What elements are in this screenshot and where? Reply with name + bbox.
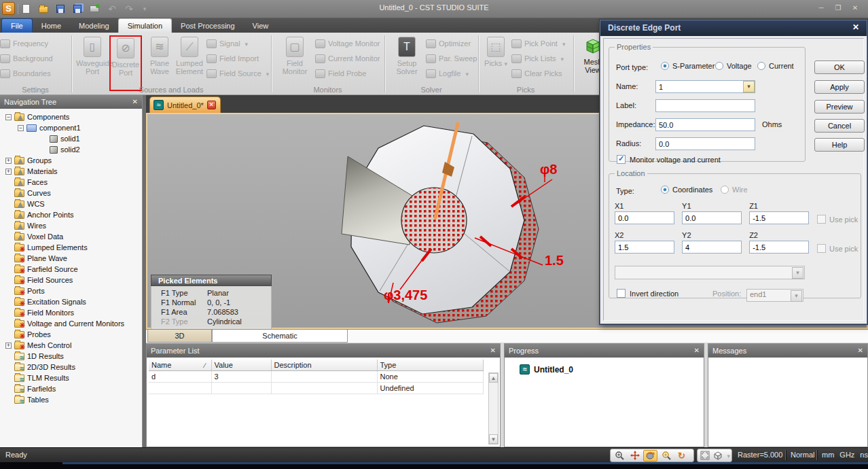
tree-expander[interactable]: + [5,158,12,164]
close-button[interactable]: ✕ [848,3,863,14]
tree-item[interactable]: Farfields [0,383,142,394]
parameter-type-cell[interactable]: Undefined [377,383,483,394]
optimizer-button[interactable]: Optimizer [426,37,471,50]
scroll-down-icon[interactable]: ▼ [489,434,498,444]
discrete-port-button[interactable]: ⊘Discrete Port [109,35,142,91]
ribbon-tab[interactable]: View [244,19,278,33]
quick-access-dropdown[interactable]: ▾ [138,3,151,16]
minimize-button[interactable]: ─ [814,3,829,14]
coordinate-input[interactable] [615,241,674,254]
parameter-type-cell[interactable]: None [377,371,483,383]
tree-item[interactable]: + Groups [0,155,142,166]
tree-item[interactable]: 2D/3D Results [0,362,142,372]
tree-item[interactable]: solid2 [0,144,142,155]
field-source-button[interactable]: Field Source [206,67,269,80]
save-button[interactable] [54,3,68,16]
column-header-name[interactable]: Name [149,360,211,371]
tree-item[interactable]: WCS [0,198,142,209]
tree-item[interactable]: + Materials [0,166,142,177]
tab-schematic[interactable]: Schematic [212,330,348,343]
tree-item[interactable]: Faces [0,177,142,188]
coordinate-input[interactable] [682,241,742,254]
tree-item[interactable]: Ports [0,285,142,296]
pick-lists-button[interactable]: Pick Lists [511,52,564,65]
tree-item[interactable]: − component1 [0,122,142,133]
lumped-element-button[interactable]: ⟋Lumped Element [174,35,205,91]
parameter-description-cell[interactable] [271,371,377,383]
tree-item[interactable]: Field Sources [0,275,142,285]
parameter-value-cell[interactable]: 3 [211,371,271,383]
frequency-button[interactable]: Frequency [0,37,48,50]
waveguide-port-button[interactable]: ▯Waveguide Port [76,35,109,91]
invert-direction-checkbox[interactable] [617,289,626,298]
tree-item[interactable]: Wires [0,220,142,231]
radio-voltage[interactable]: Voltage [715,62,752,70]
scroll-up-icon[interactable]: ▲ [489,373,498,383]
pick-point-button[interactable]: Pick Point [511,37,565,50]
progress-item[interactable]: Untitled_0 [520,364,573,375]
parameter-row[interactable]: d 3 None [149,371,483,383]
column-header-type[interactable]: Type [377,360,483,371]
field-monitor-button[interactable]: ▢Field Monitor [278,35,311,91]
logfile-button[interactable]: Logfile [426,67,469,80]
name-combo-input[interactable] [655,80,755,93]
field-probe-button[interactable]: Field Probe [315,67,366,80]
close-tab-icon[interactable] [207,101,216,109]
radius-input[interactable] [655,137,755,150]
setup-solver-button[interactable]: TSetup Solver [391,35,423,91]
boundaries-button[interactable]: Boundaries [0,67,51,80]
radio-s-parameter[interactable]: S-Parameter [661,62,715,70]
tree-item[interactable]: Anchor Points [0,209,142,220]
restore-button[interactable]: ❐ [831,3,846,14]
ribbon-tab[interactable]: Modeling [70,19,118,33]
document-tab[interactable]: Untitled_0* [149,97,221,113]
coordinate-input[interactable] [682,211,742,224]
field-import-button[interactable]: Field Import [206,52,259,65]
tree-item[interactable]: Probes [0,329,142,340]
tree-item[interactable]: Plane Wave [0,253,142,264]
parameter-description-cell[interactable] [271,383,377,394]
cube-view-icon[interactable] [712,450,723,462]
rotate-reset-icon[interactable]: ↻ [674,450,689,462]
background-button[interactable]: Background [0,52,53,65]
tree-item[interactable]: Farfield Source [0,264,142,275]
ribbon-tab[interactable]: Simulation [118,18,172,33]
parameter-row[interactable]: Undefined [149,383,483,394]
tree-item[interactable]: Excitation Signals [0,296,142,307]
redo-button[interactable]: ↷ [122,3,136,16]
ribbon-tab[interactable]: File [1,18,33,33]
cancel-button[interactable]: Cancel [814,119,865,133]
scrollbar-vertical[interactable]: ▲ ▼ [488,372,499,445]
tree-item[interactable]: Field Monitors [0,307,142,318]
apply-button[interactable]: Apply [814,80,865,94]
tab-3d[interactable]: 3D [147,330,212,343]
tree-expander[interactable]: + [5,343,12,349]
dialog-close-icon[interactable] [850,22,862,33]
column-header-value[interactable]: Value [211,360,271,371]
ribbon-tab[interactable]: Home [33,19,70,33]
new-file-button[interactable] [20,3,34,16]
plane-wave-button[interactable]: ≋Plane Wave [145,35,174,91]
tree-item[interactable]: TLM Results [0,372,142,383]
fit-view-icon[interactable] [699,450,710,462]
radio-coordinates[interactable]: Coordinates [661,186,712,194]
tree-item[interactable]: 1D Results [0,351,142,362]
voltage-monitor-button[interactable]: Voltage Monitor [315,37,380,50]
open-file-button[interactable] [37,3,51,16]
coordinate-input[interactable] [749,211,809,224]
help-button[interactable]: Help [814,138,865,152]
column-header-description[interactable]: Description [271,360,377,371]
dialog-title-bar[interactable]: Discrete Edge Port [600,20,867,36]
save-all-button[interactable] [71,3,85,16]
name-combo-arrow[interactable] [743,81,755,92]
signal-button[interactable]: Signal [206,37,248,50]
tree-item[interactable]: Curves [0,188,142,198]
print-button[interactable] [88,3,102,16]
coordinate-input[interactable] [615,211,674,224]
clear-picks-button[interactable]: Clear Picks [511,67,562,80]
ribbon-tab[interactable]: Post Processing [172,19,243,33]
label-input[interactable] [655,99,755,112]
parameter-name-cell[interactable]: d [149,371,211,383]
rotate-icon[interactable] [643,450,657,462]
tree-expander[interactable]: − [5,114,12,120]
